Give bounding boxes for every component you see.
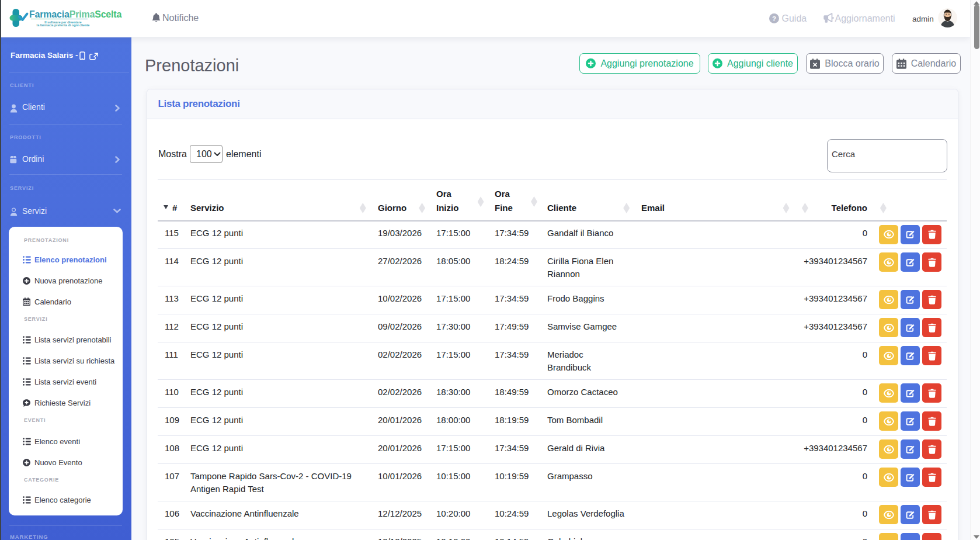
svg-text:?: ? bbox=[772, 15, 776, 22]
